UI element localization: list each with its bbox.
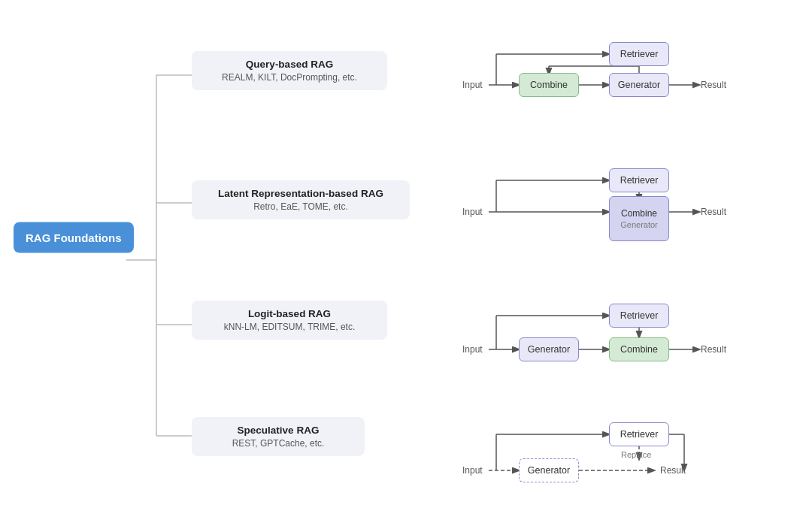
query-combine-label: Combine <box>530 80 568 90</box>
spec-replace-label: Replace <box>621 450 651 459</box>
branch-query-title: Query-based RAG <box>205 59 374 70</box>
spec-retriever-label: Retriever <box>620 429 659 440</box>
logit-generator-label: Generator <box>528 344 570 355</box>
query-generator-label: Generator <box>618 80 660 90</box>
branch-latent: Latent Representation-based RAG Retro, E… <box>192 180 410 219</box>
query-retriever-node: Retriever <box>609 42 669 66</box>
diagram-container: RAG Foundations Query-based RAG REALM, K… <box>0 0 812 520</box>
branch-latent-title: Latent Representation-based RAG <box>205 188 396 199</box>
logit-combine-label: Combine <box>620 344 658 355</box>
root-node: RAG Foundations <box>14 222 134 253</box>
logit-combine-node: Combine <box>609 337 669 361</box>
latent-generator-label: Generator <box>620 220 658 229</box>
branch-speculative-title: Speculative RAG <box>205 425 351 436</box>
query-generator-node: Generator <box>609 73 669 97</box>
latent-retriever-label: Retriever <box>620 175 659 186</box>
latent-result-label: Result <box>701 207 726 217</box>
spec-generator-label: Generator <box>528 465 570 476</box>
spec-retriever-node: Retriever <box>609 422 669 446</box>
branch-speculative: Speculative RAG REST, GPTCache, etc. <box>192 417 365 456</box>
branch-speculative-subtitle: REST, GPTCache, etc. <box>205 438 351 449</box>
logit-retriever-label: Retriever <box>620 310 659 321</box>
branch-query-subtitle: REALM, KILT, DocPrompting, etc. <box>205 72 374 83</box>
spec-generator-node: Generator <box>519 458 579 482</box>
logit-retriever-node: Retriever <box>609 304 669 328</box>
latent-combine-generator-box: Combine Generator <box>609 196 669 241</box>
root-label: RAG Foundations <box>26 231 122 244</box>
query-result-label: Result <box>701 80 726 90</box>
latent-input-label: Input <box>462 207 483 217</box>
query-combine-node: Combine <box>519 73 579 97</box>
logit-generator-node: Generator <box>519 337 579 361</box>
latent-combine-label: Combine <box>621 208 657 219</box>
branch-logit-title: Logit-based RAG <box>205 308 374 319</box>
spec-input-label: Input <box>462 465 483 476</box>
query-input-label: Input <box>462 80 483 90</box>
branch-latent-subtitle: Retro, EaE, TOME, etc. <box>205 201 396 212</box>
query-retriever-label: Retriever <box>620 49 659 59</box>
latent-retriever-node: Retriever <box>609 168 669 192</box>
branch-logit: Logit-based RAG kNN-LM, EDITSUM, TRIME, … <box>192 301 387 340</box>
logit-result-label: Result <box>701 344 726 355</box>
branch-query: Query-based RAG REALM, KILT, DocPromptin… <box>192 51 387 90</box>
spec-result-label: Result <box>660 465 686 476</box>
arrows-svg <box>0 0 812 520</box>
logit-input-label: Input <box>462 344 483 355</box>
branch-logit-subtitle: kNN-LM, EDITSUM, TRIME, etc. <box>205 322 374 332</box>
